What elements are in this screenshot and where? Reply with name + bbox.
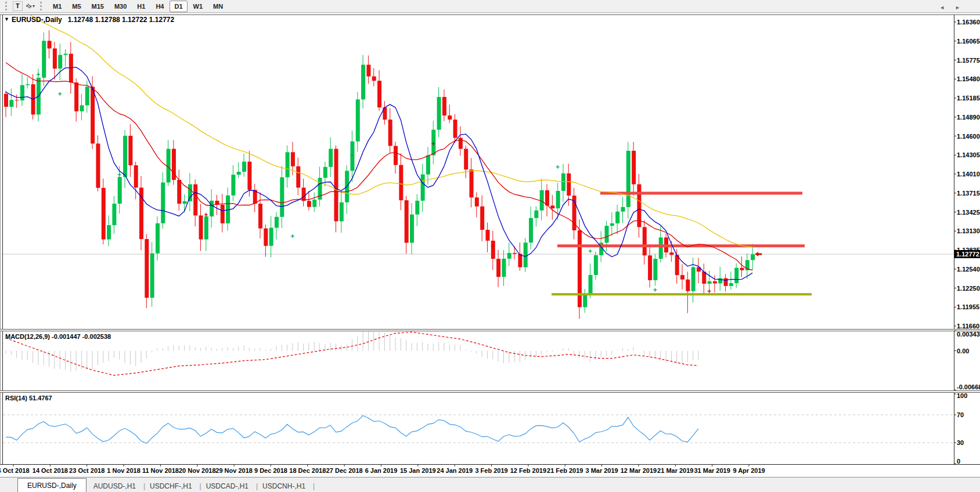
date-axis[interactable]: 4 Oct 201814 Oct 201823 Oct 20181 Nov 20… (0, 464, 765, 474)
price-tick-label: 1.14890 (957, 114, 980, 121)
date-tick-label: 1 Nov 2018 (107, 467, 140, 474)
chart-tab[interactable]: USDCNH-,H1 (255, 480, 312, 492)
rsi-tick-label: 70 (957, 411, 964, 418)
timeframe-button-group: M1M5M15M30H1H4D1W1MN (48, 1, 228, 12)
date-tick-label: 15 Jan 2019 (400, 467, 436, 474)
date-tick-label: 9 Dec 2018 (254, 467, 287, 474)
toolbar-drag-handle[interactable] (5, 2, 9, 10)
symbol-dropdown-icon[interactable]: ▼ (4, 16, 9, 22)
macd-tick-label: 0.003431 (957, 331, 980, 338)
chart-title: EURUSD-,Daily1.12748 1.12788 1.12722 1.1… (12, 16, 174, 24)
date-tick-label: 23 Oct 2018 (69, 467, 105, 474)
timeframe-button[interactable]: D1 (170, 1, 187, 12)
candles-layer (4, 30, 755, 319)
date-tick-label: 27 Dec 2018 (326, 467, 363, 474)
chart-tab[interactable]: AUDUSD-,H1 (87, 480, 143, 492)
rsi-line (6, 415, 698, 443)
date-tick-label: 11 Nov 2018 (142, 467, 179, 474)
price-tick-label: 1.15775 (957, 57, 980, 64)
price-tick-label: 1.15185 (957, 95, 980, 102)
date-tick-label: 31 Mar 2019 (694, 467, 730, 474)
chart-tab[interactable]: USDCHF-,H1 (143, 480, 199, 492)
date-tick-label: 12 Mar 2019 (621, 467, 657, 474)
date-tick-label: 14 Oct 2018 (33, 467, 68, 474)
timeframe-button[interactable]: H1 (132, 1, 150, 12)
chart-tab[interactable]: USDCAD-,H1 (199, 480, 255, 492)
timeframe-button[interactable]: W1 (189, 1, 208, 12)
date-tick-label: 6 Jan 2019 (365, 467, 398, 474)
main-price-panel (3, 13, 954, 319)
date-tick-label: 3 Feb 2019 (475, 467, 507, 474)
price-tick-label: 1.16360 (957, 19, 980, 26)
price-tick-label: 1.13715 (957, 190, 980, 197)
rsi-indicator-label: RSI(14) 51.4767 (5, 395, 52, 401)
chart-tabbar: EURUSD-,DailyAUDUSD-,H1USDCHF-,H1USDCAD-… (0, 477, 980, 492)
price-tick-label: 1.16065 (957, 38, 980, 45)
chart-symbol-period: EURUSD-,Daily (12, 16, 62, 24)
macd-tick-label: 0.00 (957, 348, 969, 354)
macd-indicator-label: MACD(12,26,9) -0.001447 -0.002538 (5, 333, 111, 340)
price-tick-label: 1.11660 (957, 323, 979, 330)
terminal-window: T ⇄▾ M1M5M15M30H1H4D1W1MN 1.163601.16065… (0, 0, 980, 492)
drag-arrows-icon: ⇄ (24, 2, 33, 11)
date-tick-label: 24 Jan 2019 (437, 467, 473, 474)
rsi-tick-label: 30 (957, 439, 964, 446)
price-tick-label: 1.13130 (957, 227, 980, 234)
price-tick-label: 1.12250 (957, 285, 980, 292)
toolbar-drag-handle[interactable] (40, 2, 44, 10)
price-tick-label: 1.14305 (957, 151, 980, 158)
rsi-tick-label: 100 (957, 392, 967, 399)
date-tick-label: 21 Mar 2019 (657, 467, 693, 474)
timeframe-button[interactable]: H4 (151, 1, 168, 12)
rsi-tick-label: 0 (957, 458, 960, 465)
timeframe-button[interactable]: M15 (87, 1, 109, 12)
price-tick-label: 1.12540 (957, 266, 980, 273)
rsi-panel (3, 415, 954, 443)
chart-canvas[interactable]: 1.163601.160651.157751.154801.151851.148… (0, 13, 980, 477)
timeframe-button[interactable]: M30 (110, 1, 131, 12)
date-tick-label: 18 Dec 2018 (289, 467, 326, 474)
price-axis[interactable]: 1.163601.160651.157751.154801.151851.148… (954, 19, 980, 465)
date-tick-label: 4 Oct 2018 (0, 467, 30, 474)
price-tick-label: 1.14600 (957, 133, 980, 140)
date-tick-label: 3 Mar 2019 (585, 467, 618, 474)
chart-tab[interactable]: EURUSD-,Daily (17, 478, 87, 492)
tab-scroll-arrows[interactable]: ◄► (939, 5, 971, 10)
current-price-badge: 1.12772 (954, 250, 980, 258)
date-tick-label: 9 Apr 2019 (733, 467, 765, 474)
timeframe-button[interactable]: M5 (67, 1, 85, 12)
date-tick-label: 29 Nov 2018 (215, 467, 253, 474)
price-tick-label: 1.11955 (957, 303, 979, 310)
macd-tick-label: -0.006686 (957, 384, 980, 390)
timeframe-button[interactable]: M1 (48, 1, 66, 12)
date-tick-label: 12 Feb 2019 (510, 467, 546, 474)
toolbar: T ⇄▾ M1M5M15M30H1H4D1W1MN (0, 0, 980, 13)
chart-ohlc-quotes: 1.12748 1.12788 1.12722 1.12772 (68, 16, 175, 24)
date-tick-label: 20 Nov 2018 (179, 467, 216, 474)
price-tick-label: 1.15480 (957, 75, 980, 82)
timeframe-button[interactable]: MN (208, 1, 228, 12)
drag-trade-tool-button[interactable]: ⇄▾ (23, 1, 38, 12)
date-tick-label: 21 Feb 2019 (547, 467, 583, 474)
price-tick-label: 1.13425 (957, 209, 980, 216)
price-arrow-icon (755, 252, 762, 256)
text-tool-button[interactable]: T (13, 1, 23, 11)
price-tick-label: 1.14010 (957, 171, 980, 178)
